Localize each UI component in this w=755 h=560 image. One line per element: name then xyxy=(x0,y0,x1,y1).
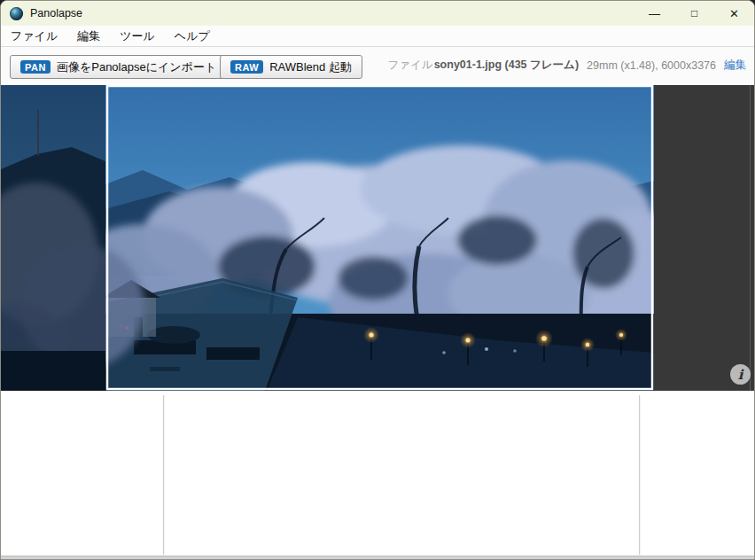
rawblend-button-label: RAWBlend 起動 xyxy=(269,59,352,75)
import-button-label: 画像をPanolapseにインポート xyxy=(57,59,216,75)
file-label: ファイル xyxy=(387,58,432,73)
menu-help[interactable]: ヘルプ xyxy=(165,28,220,44)
separator-right xyxy=(639,395,640,555)
toolbar: PAN 画像をPanolapseにインポート RAW RAWBlend 起動 フ… xyxy=(1,47,754,83)
pan-badge-icon: PAN xyxy=(20,60,51,74)
menu-bar: ファイル 編集 ツール ヘルプ xyxy=(1,26,754,47)
info-icon[interactable]: i xyxy=(730,364,751,385)
edit-link[interactable]: 編集 xyxy=(724,58,746,73)
rawblend-button[interactable]: RAW RAWBlend 起動 xyxy=(220,55,362,79)
raw-badge-icon: RAW xyxy=(230,60,263,74)
import-button[interactable]: PAN 画像をPanolapseにインポート xyxy=(10,55,227,79)
maximize-button[interactable]: □ xyxy=(674,1,714,26)
app-window: Panolapse — □ ✕ ファイル 編集 ツール ヘルプ PAN 画像をP… xyxy=(0,0,755,560)
minimize-button[interactable]: — xyxy=(634,1,674,26)
window-title: Panolapse xyxy=(30,7,82,19)
file-details: 29mm (x1.48), 6000x3376 xyxy=(587,59,716,72)
window-controls: — □ ✕ xyxy=(634,1,754,26)
separator-left xyxy=(163,395,164,555)
menu-file[interactable]: ファイル xyxy=(1,28,67,44)
photo-cherry-blossoms-dusk xyxy=(1,85,755,391)
close-button[interactable]: ✕ xyxy=(714,1,754,26)
title-bar: Panolapse — □ ✕ xyxy=(1,1,754,26)
app-icon xyxy=(10,7,23,20)
image-preview[interactable]: i xyxy=(1,85,755,391)
window-bottom-edge xyxy=(1,556,755,560)
bottom-panel: 焦点距離変換 mm アスペクト比 16:9 ▼ フルフレーム: 66.6mm 最… xyxy=(1,391,755,556)
menu-tools[interactable]: ツール xyxy=(110,28,165,44)
menu-edit[interactable]: 編集 xyxy=(67,28,110,44)
file-name: sony01-1.jpg (435 フレーム) xyxy=(434,58,579,73)
file-info: ファイル sony01-1.jpg (435 フレーム) 29mm (x1.48… xyxy=(387,47,746,83)
